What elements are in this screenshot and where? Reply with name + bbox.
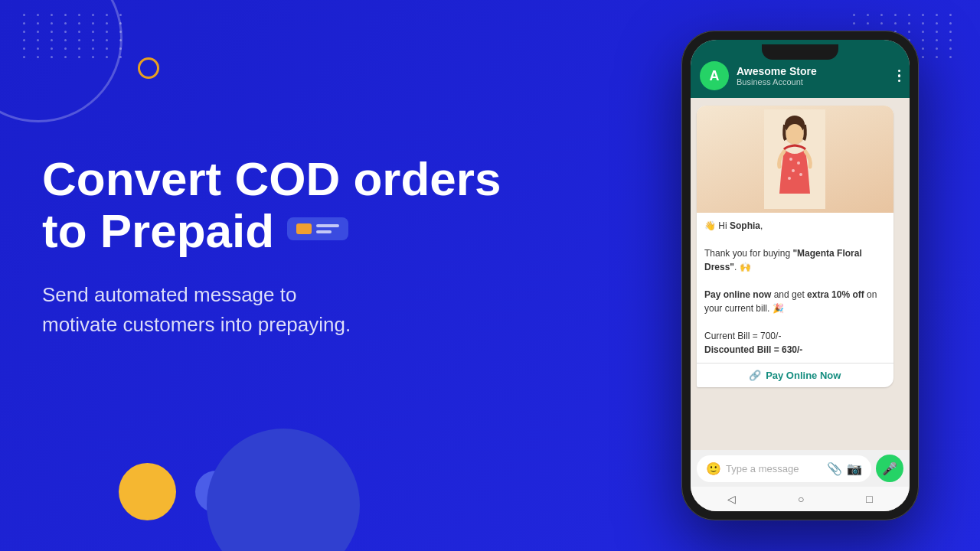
phone-navigation: ◁ ○ □ — [691, 487, 910, 511]
mic-button[interactable]: 🎤 — [876, 455, 903, 482]
headline-line1: Convert COD orders — [42, 152, 501, 205]
bubble-text: 👋 Hi Sophia, Thank you for buying "Magen… — [704, 219, 886, 357]
message-input-field[interactable]: 🙂 Type a message 📎 📷 — [697, 455, 871, 482]
card-chip — [296, 223, 312, 234]
pay-button-label: Pay Online Now — [766, 370, 841, 381]
menu-dots-button[interactable] — [898, 70, 901, 83]
product-image — [697, 106, 893, 213]
attachment-icon[interactable]: 📎 — [827, 461, 842, 476]
camera-icon[interactable]: 📷 — [847, 461, 862, 476]
mic-icon: 🎤 — [882, 461, 897, 476]
card-lines — [316, 224, 339, 233]
hero-section: Convert COD orders to Prepaid Send autom… — [42, 153, 517, 340]
phone-screen: A Awesome Store Business Account — [691, 40, 910, 511]
decorative-circle-orange — [138, 57, 159, 79]
decorative-circle-yellow — [119, 463, 176, 520]
svg-point-3 — [786, 124, 803, 144]
phone-mockup: A Awesome Store Business Account — [681, 31, 919, 520]
dress-svg — [764, 109, 825, 209]
message-placeholder: Type a message — [726, 463, 822, 474]
business-status: Business Account — [737, 77, 890, 86]
card-line — [316, 224, 339, 227]
svg-point-6 — [792, 169, 795, 172]
svg-point-7 — [799, 173, 802, 176]
pay-online-button[interactable]: 🔗 Pay Online Now — [697, 363, 893, 387]
business-avatar: A — [700, 61, 729, 90]
svg-point-4 — [789, 158, 792, 161]
nav-back-button[interactable]: ◁ — [727, 493, 736, 505]
phone-body: A Awesome Store Business Account — [681, 31, 919, 520]
headline-line2: to Prepaid — [42, 204, 348, 257]
nav-recent-button[interactable]: □ — [866, 493, 872, 505]
input-bar: 🙂 Type a message 📎 📷 🎤 — [691, 450, 910, 487]
hero-headline: Convert COD orders to Prepaid — [42, 153, 517, 257]
decorative-dots-tl — [23, 14, 127, 58]
business-name: Awesome Store — [737, 65, 890, 77]
external-link-icon: 🔗 — [749, 370, 761, 381]
card-line-short — [316, 230, 332, 233]
menu-dot — [898, 80, 901, 83]
bubble-content: 👋 Hi Sophia, Thank you for buying "Magen… — [697, 213, 893, 363]
credit-card-icon — [287, 217, 348, 240]
contact-info: Awesome Store Business Account — [737, 65, 890, 86]
svg-point-8 — [788, 177, 791, 180]
menu-dot — [898, 70, 901, 73]
chat-area: 👋 Hi Sophia, Thank you for buying "Magen… — [691, 98, 910, 450]
hero-subtitle: Send automated message to motivate custo… — [42, 280, 517, 340]
svg-point-5 — [797, 161, 800, 165]
phone-notch — [762, 44, 838, 60]
menu-dot — [898, 74, 901, 77]
emoji-icon[interactable]: 🙂 — [706, 461, 721, 476]
nav-home-button[interactable]: ○ — [798, 493, 804, 505]
chat-bubble: 👋 Hi Sophia, Thank you for buying "Magen… — [697, 106, 893, 387]
